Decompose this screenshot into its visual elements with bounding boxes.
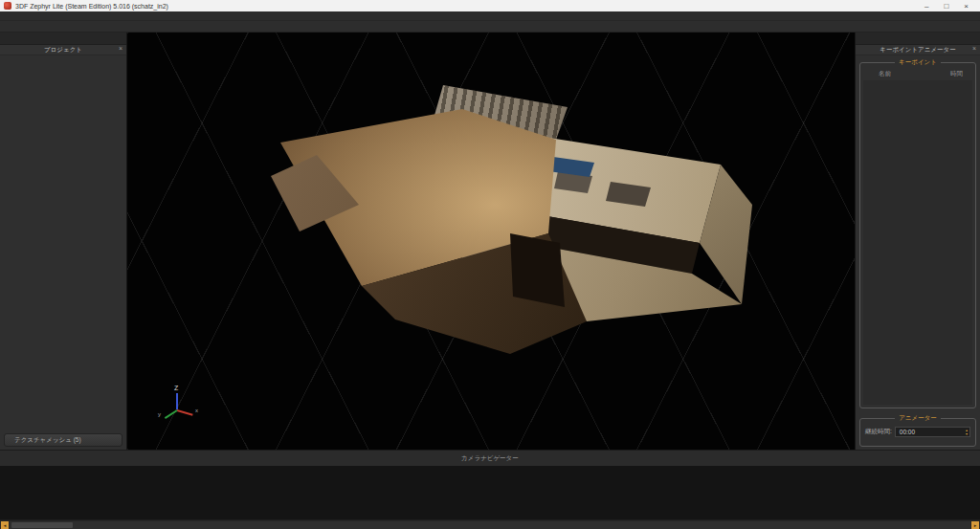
project-panel: プロジェクト × テクスチャメッシュ (5) bbox=[0, 33, 127, 450]
axis-y-line bbox=[165, 409, 178, 419]
window-title: 3DF Zephyr Lite (Steam Edition) 5.016 (s… bbox=[15, 3, 168, 10]
animator-panel-header: キーポイントアニメーター × bbox=[856, 45, 980, 55]
camera-filmstrip bbox=[0, 466, 980, 519]
transport-controls bbox=[863, 438, 972, 443]
project-panel-header: プロジェクト × bbox=[0, 45, 126, 55]
keypoint-group-title: キーポイント bbox=[895, 58, 941, 67]
animator-group: アニメーター 継続時間: 00:00 ▴ ▾ bbox=[859, 414, 976, 447]
duration-spinner[interactable]: ▴ ▾ bbox=[966, 429, 968, 434]
panel-close-icon[interactable]: × bbox=[119, 45, 122, 52]
textured-mesh-label: テクスチャメッシュ (5) bbox=[14, 436, 81, 445]
animator-panel-tabs bbox=[856, 33, 980, 45]
keypoint-group: キーポイント 名前 時間 bbox=[859, 58, 976, 408]
maximize-button[interactable]: □ bbox=[944, 2, 948, 11]
toolbar bbox=[0, 21, 980, 33]
scrollbar-track[interactable] bbox=[10, 521, 970, 529]
menu-bar bbox=[0, 11, 980, 21]
minimize-button[interactable]: – bbox=[924, 2, 928, 11]
scroll-left-icon[interactable]: ◂ bbox=[1, 521, 9, 529]
keypoint-list[interactable] bbox=[863, 80, 972, 405]
scrollbar-thumb[interactable] bbox=[11, 522, 73, 528]
textured-mesh-button[interactable]: テクスチャメッシュ (5) bbox=[4, 433, 122, 447]
duration-input[interactable]: 00:00 ▴ ▾ bbox=[895, 427, 970, 437]
animator-group-title: アニメーター bbox=[895, 414, 941, 423]
animator-panel: キーポイントアニメーター × キーポイント 名前 時間 アニメーター 継続時間:… bbox=[855, 33, 980, 450]
app-logo-icon bbox=[4, 2, 11, 10]
axis-z-line bbox=[176, 393, 178, 409]
keypoint-name-column: 名前 bbox=[879, 70, 891, 78]
keypoint-columns: 名前 時間 bbox=[863, 69, 972, 80]
axis-z-label: Z bbox=[174, 385, 178, 391]
keypoint-time-column: 時間 bbox=[950, 70, 963, 78]
navigator-title: カメラナビゲーター bbox=[461, 454, 519, 463]
axis-gizmo: Z x y bbox=[158, 385, 200, 430]
duration-label: 継続時間: bbox=[865, 428, 892, 436]
project-panel-title: プロジェクト bbox=[44, 46, 82, 55]
model-render bbox=[271, 80, 768, 377]
viewport-3d[interactable]: Z x y bbox=[127, 33, 855, 450]
scroll-right-icon[interactable]: ▸ bbox=[971, 521, 979, 529]
titlebar: 3DF Zephyr Lite (Steam Edition) 5.016 (s… bbox=[0, 0, 980, 11]
filmstrip-scrollbar[interactable]: ◂ ▸ bbox=[0, 519, 980, 529]
axis-y-label: y bbox=[158, 411, 161, 417]
axis-x-label: x bbox=[195, 408, 198, 413]
project-panel-tabs bbox=[0, 33, 126, 45]
close-button[interactable]: × bbox=[964, 2, 969, 11]
animator-panel-title: キーポイントアニメーター bbox=[880, 46, 955, 55]
panel-close-icon[interactable]: × bbox=[972, 45, 976, 52]
axis-x-line bbox=[177, 409, 193, 416]
navigator-strip: カメラナビゲーター bbox=[0, 450, 980, 466]
